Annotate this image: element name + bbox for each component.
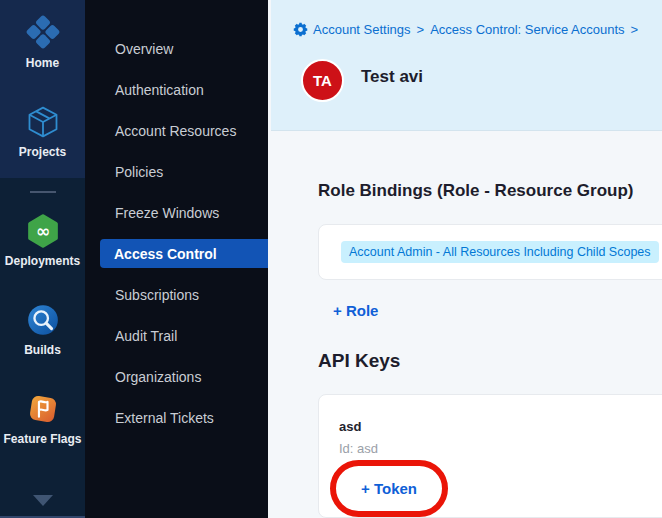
service-account-header: TA Test avi bbox=[301, 59, 662, 102]
sidebar-item-home[interactable]: Home bbox=[0, 13, 85, 70]
breadcrumb-separator: > bbox=[417, 22, 425, 37]
menu-item-freeze-windows[interactable]: Freeze Windows bbox=[85, 192, 268, 233]
page-title: Test avi bbox=[361, 67, 423, 87]
nav-rail-top-section: Home Projects bbox=[0, 0, 85, 178]
rail-item-label: Feature Flags bbox=[3, 433, 81, 446]
role-bindings-heading: Role Bindings (Role - Resource Group) bbox=[318, 181, 662, 201]
annotation-circle: + Token bbox=[330, 460, 448, 517]
main-panel: Account Settings > Access Control: Servi… bbox=[268, 0, 662, 518]
svg-text:∞: ∞ bbox=[35, 221, 49, 241]
menu-item-account-resources[interactable]: Account Resources bbox=[85, 110, 268, 151]
menu-item-authentication[interactable]: Authentication bbox=[85, 69, 268, 110]
avatar: TA bbox=[301, 59, 344, 102]
deployments-infinity-icon: ∞ bbox=[25, 213, 61, 253]
api-key-name: asd bbox=[339, 419, 662, 434]
nav-rail-bottom-section: ∞ Deployments Builds Feature Flags bbox=[0, 178, 85, 518]
breadcrumb: Account Settings > Access Control: Servi… bbox=[293, 22, 662, 37]
breadcrumb-link-access-control-service-accounts[interactable]: Access Control: Service Accounts bbox=[430, 22, 624, 37]
menu-item-access-control[interactable]: Access Control bbox=[100, 239, 268, 268]
menu-item-subscriptions[interactable]: Subscriptions bbox=[85, 274, 268, 315]
role-bindings-card: Account Admin - All Resources Including … bbox=[318, 224, 662, 280]
settings-menu: Overview Authentication Account Resource… bbox=[85, 0, 268, 518]
content-area: Role Bindings (Role - Resource Group) Ac… bbox=[268, 131, 662, 518]
sidebar-item-feature-flags[interactable]: Feature Flags bbox=[0, 391, 85, 446]
rail-item-label: Deployments bbox=[5, 255, 80, 268]
page-header: Account Settings > Access Control: Servi… bbox=[271, 0, 662, 131]
api-key-id: Id: asd bbox=[339, 441, 662, 456]
menu-item-organizations[interactable]: Organizations bbox=[85, 356, 268, 397]
menu-item-external-tickets[interactable]: External Tickets bbox=[85, 397, 268, 438]
feature-flag-icon bbox=[25, 391, 61, 431]
rail-item-label: Builds bbox=[24, 344, 61, 357]
sidebar-item-deployments[interactable]: ∞ Deployments bbox=[0, 213, 85, 268]
api-key-card: asd Id: asd + Token bbox=[318, 394, 662, 518]
rail-item-label: Projects bbox=[19, 146, 66, 159]
menu-item-overview[interactable]: Overview bbox=[85, 28, 268, 69]
add-token-button[interactable]: + Token bbox=[361, 480, 417, 497]
api-keys-heading: API Keys bbox=[318, 350, 662, 372]
menu-item-audit-trail[interactable]: Audit Trail bbox=[85, 315, 268, 356]
add-role-button[interactable]: + Role bbox=[333, 302, 378, 319]
sidebar-item-projects[interactable]: Projects bbox=[0, 104, 85, 159]
builds-magnifier-icon bbox=[25, 302, 61, 342]
rail-item-label: Home bbox=[26, 57, 59, 70]
breadcrumb-link-account-settings[interactable]: Account Settings bbox=[313, 22, 411, 37]
nav-rail: Home Projects ∞ Deployments Builds bbox=[0, 0, 85, 518]
rail-divider bbox=[30, 191, 56, 193]
chevron-down-icon[interactable] bbox=[33, 495, 53, 506]
gear-icon bbox=[293, 22, 308, 37]
menu-item-policies[interactable]: Policies bbox=[85, 151, 268, 192]
role-binding-chip[interactable]: Account Admin - All Resources Including … bbox=[341, 241, 659, 263]
breadcrumb-separator: > bbox=[631, 22, 639, 37]
sidebar-item-builds[interactable]: Builds bbox=[0, 302, 85, 357]
cube-icon bbox=[25, 104, 61, 144]
harness-logo-icon bbox=[24, 13, 62, 55]
